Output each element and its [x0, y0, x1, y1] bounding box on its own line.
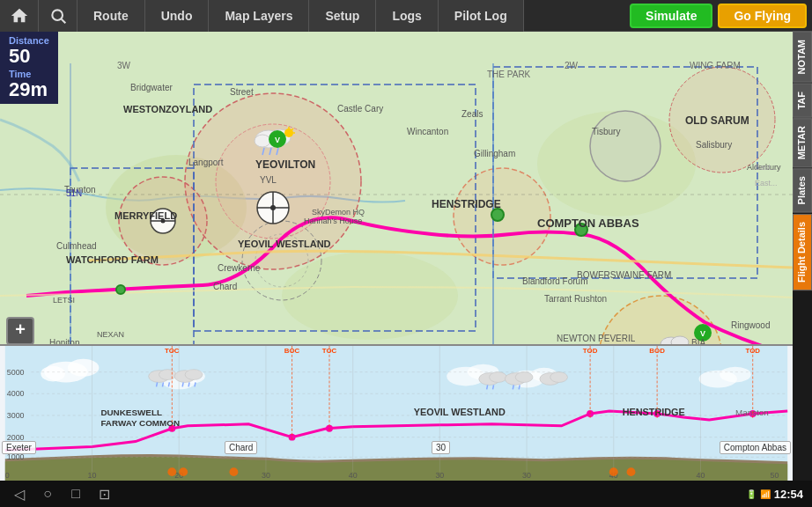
svg-text:Langport: Langport [188, 158, 224, 167]
svg-text:LETSI: LETSI [53, 296, 75, 305]
svg-text:WING FARM: WING FARM [690, 61, 741, 70]
route-button[interactable]: Route [78, 0, 145, 32]
svg-text:HENSTRIDGE: HENSTRIDGE [623, 407, 685, 417]
svg-text:4000: 4000 [7, 389, 25, 398]
svg-text:WESTONZOYLAND: WESTONZOYLAND [123, 104, 212, 114]
battery-icon: 🔋 [746, 489, 757, 499]
svg-text:NEWTON PEVERIL: NEWTON PEVERIL [557, 334, 636, 343]
svg-text:YEOVIL WESTLAND: YEOVIL WESTLAND [414, 407, 506, 417]
svg-text:HENSTRIDGE: HENSTRIDGE [432, 198, 501, 210]
map-view[interactable]: V V WESTONZOYLAND Bridgwater YEOVILTON Y… [0, 32, 793, 379]
metar-button[interactable]: METAR [793, 118, 812, 167]
svg-point-30 [116, 285, 125, 294]
svg-text:Tarrant Rushton: Tarrant Rushton [544, 294, 607, 304]
svg-text:3W: 3W [117, 61, 131, 70]
svg-text:Castle Cary: Castle Cary [337, 104, 383, 114]
screenshot-button[interactable]: ⊡ [93, 483, 114, 504]
svg-text:WATCHFORD FARM: WATCHFORD FARM [66, 254, 159, 265]
svg-text:BOC: BOC [284, 347, 300, 355]
svg-text:+: + [15, 320, 26, 339]
svg-text:3000: 3000 [7, 411, 25, 420]
svg-text:TOC: TOC [165, 347, 180, 355]
svg-line-151 [162, 382, 163, 386]
svg-text:OLD SARUM: OLD SARUM [685, 114, 749, 127]
maplayers-button[interactable]: Map Layers [209, 0, 309, 32]
svg-text:BOD: BOD [649, 347, 665, 355]
svg-text:TOD: TOD [745, 347, 760, 355]
svg-point-167 [550, 372, 568, 383]
svg-point-159 [490, 372, 507, 383]
back-button[interactable]: ◁ [9, 483, 30, 504]
svg-text:10: 10 [88, 471, 97, 480]
status-bar: 🔋 📶 12:54 [746, 488, 803, 501]
simulate-button[interactable]: Simulate [630, 4, 712, 28]
svg-line-156 [188, 382, 189, 386]
svg-text:Chard: Chard [213, 282, 237, 291]
svg-text:SkyDemon HQ: SkyDemon HQ [312, 208, 365, 217]
svg-text:Bridgwater: Bridgwater [130, 83, 173, 92]
logs-button[interactable]: Logs [376, 0, 438, 32]
recent-button[interactable]: □ [65, 483, 86, 504]
setup-button[interactable]: Setup [309, 0, 376, 32]
svg-line-164 [513, 385, 513, 389]
search-button[interactable] [39, 0, 78, 32]
svg-text:40: 40 [349, 471, 358, 480]
svg-point-118 [720, 367, 751, 383]
svg-text:51N: 51N [66, 188, 82, 198]
svg-text:DUNKESWELL: DUNKESWELL [100, 408, 162, 417]
svg-text:30: 30 [435, 471, 444, 480]
home-button-android[interactable]: ○ [37, 483, 58, 504]
svg-text:40: 40 [697, 471, 705, 480]
svg-point-192 [229, 467, 238, 476]
svg-text:2000: 2000 [7, 433, 25, 442]
svg-text:THE PARK: THE PARK [487, 70, 531, 79]
svg-text:TOC: TOC [322, 347, 337, 355]
svg-text:YEOVILTON: YEOVILTON [255, 158, 315, 171]
svg-text:V: V [700, 329, 705, 338]
svg-text:5000: 5000 [7, 368, 25, 377]
svg-point-4 [282, 252, 458, 340]
svg-point-33 [255, 135, 270, 147]
svg-text:East...: East... [755, 163, 778, 172]
svg-text:Hannah's House: Hannah's House [304, 217, 362, 225]
svg-text:FARWAY COMMON: FARWAY COMMON [100, 418, 180, 428]
wifi-icon: 📶 [760, 489, 771, 499]
distance-value: 50 [9, 46, 49, 67]
time-value: 29m [9, 79, 49, 100]
svg-text:Blandford Forum: Blandford Forum [522, 276, 587, 286]
svg-text:Zeals: Zeals [461, 109, 483, 119]
svg-text:BOWERSWAINE FARM: BOWERSWAINE FARM [577, 270, 671, 280]
clock: 12:54 [774, 488, 803, 501]
svg-text:Culmhead: Culmhead [56, 241, 97, 251]
pilotlog-button[interactable]: Pilot Log [439, 0, 524, 32]
goflying-button[interactable]: Go Flying [718, 4, 807, 28]
svg-line-1 [61, 18, 65, 23]
svg-text:30: 30 [262, 471, 270, 480]
svg-text:TOD: TOD [583, 347, 598, 355]
svg-point-110 [41, 366, 65, 382]
svg-text:Manston: Manston [735, 408, 769, 417]
svg-point-193 [609, 467, 618, 476]
svg-text:NEXAN: NEXAN [97, 330, 124, 339]
flightdetails-button[interactable]: Flight Details [793, 214, 812, 290]
svg-text:Street: Street [230, 87, 254, 97]
svg-text:COMPTON ABBAS: COMPTON ABBAS [537, 217, 639, 230]
notam-button[interactable]: NOTAM [793, 32, 812, 83]
android-navigation-bar: ◁ ○ □ ⊡ 🔋 📶 12:54 [0, 481, 812, 507]
svg-text:0: 0 [5, 471, 10, 480]
svg-line-150 [157, 382, 158, 386]
home-button[interactable] [0, 0, 39, 32]
svg-text:Tisbury: Tisbury [592, 127, 620, 136]
svg-text:2W: 2W [565, 61, 579, 70]
svg-point-194 [627, 467, 636, 476]
svg-line-161 [493, 385, 494, 389]
undo-button[interactable]: Undo [145, 0, 210, 32]
svg-point-154 [185, 370, 203, 380]
svg-text:Salisbury: Salisbury [696, 140, 732, 150]
svg-point-163 [515, 372, 533, 383]
svg-line-165 [519, 385, 520, 389]
taf-button[interactable]: TAF [793, 84, 812, 118]
plates-button[interactable]: Plates [793, 168, 812, 212]
right-sidebar: NOTAM TAF METAR Plates Flight Details [793, 32, 812, 291]
nav-icons: ◁ ○ □ ⊡ [9, 483, 114, 504]
